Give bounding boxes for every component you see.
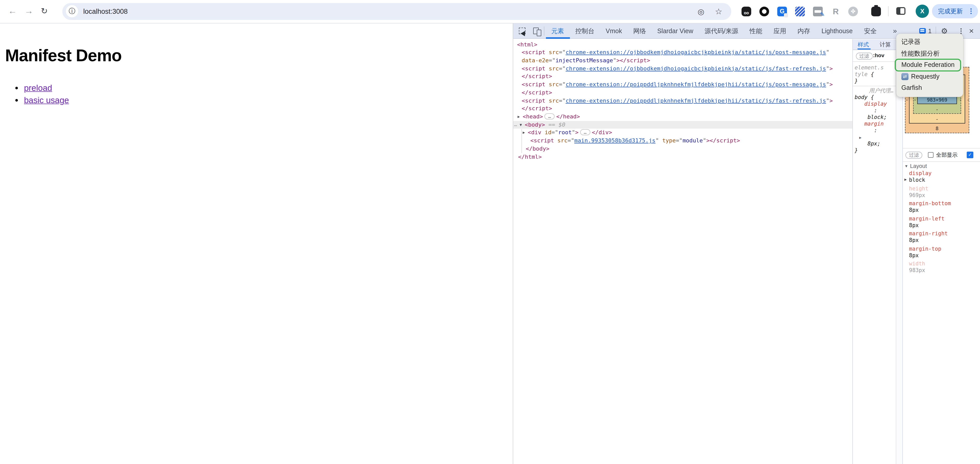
dom-tree-row[interactable]: …▼<body> == $0 (513, 121, 852, 129)
site-info-icon[interactable]: ⓘ (66, 5, 78, 17)
computed-property-margin-bottom[interactable]: margin-bottom8px (909, 200, 980, 216)
tab-computed[interactable]: 计算 (880, 39, 891, 50)
dom-tree-row[interactable]: </html> (513, 153, 852, 161)
tab-styles[interactable]: 样式 (858, 39, 869, 50)
tab-slardar-view[interactable]: Slardar View (652, 23, 699, 38)
tab-元素[interactable]: 元素 (546, 23, 570, 38)
menu-item-requestly[interactable]: ⇄Requestly (896, 71, 963, 83)
style-rule-line[interactable]: ▶ (854, 133, 895, 140)
dom-tree-row[interactable]: </script> (513, 105, 852, 113)
collapse-arrow-icon[interactable]: ▼ (520, 121, 522, 129)
inspect-element-icon[interactable] (519, 27, 525, 34)
style-rule-line[interactable]: display (854, 100, 895, 107)
menu-item-性能数据分析[interactable]: 性能数据分析 (896, 48, 963, 59)
bookmark-star-icon[interactable]: ☆ (715, 3, 722, 20)
style-rule-line[interactable]: element.s (854, 64, 895, 71)
menu-item-garfish[interactable]: Garfish (896, 83, 963, 94)
link-list: preload basic usage (5, 81, 69, 106)
expand-arrow-icon[interactable]: ▶ (904, 177, 907, 182)
style-rule-line[interactable]: tyle { (854, 71, 895, 77)
style-rule-line[interactable]: 8px; (854, 140, 895, 147)
style-rule-line[interactable]: body { (854, 94, 895, 100)
menu-item-记录器[interactable]: 记录器 (896, 36, 963, 48)
group-checkbox[interactable]: ✓ (967, 152, 974, 158)
show-all-checkbox[interactable] (928, 152, 934, 158)
tab-内存[interactable]: 内存 (792, 23, 816, 38)
code-token[interactable]: main.99353058b36d3175.js (574, 137, 655, 144)
dom-tree-row[interactable]: </script> (513, 73, 852, 81)
expand-arrow-icon[interactable]: ▶ (523, 129, 525, 137)
issues-icon[interactable] (919, 28, 926, 33)
dom-tree-row[interactable]: <script src="chrome-extension://poippddl… (513, 97, 852, 105)
preview-eye-icon[interactable]: ◎ (698, 3, 704, 20)
extension-icon-5[interactable]: ✎ (813, 6, 823, 16)
dom-tree-row[interactable]: ▶<div id="root">…</div> (513, 129, 852, 137)
computed-property-margin-left[interactable]: margin-left8px (909, 216, 980, 231)
dom-tree-row[interactable]: <script src="chrome-extension://poippddl… (513, 81, 852, 89)
page-title: Manifest Demo (5, 46, 121, 65)
address-bar[interactable]: ⓘ localhost:3008 ◎ ☆ (62, 3, 731, 20)
browser-menu-dots-icon[interactable]: ⋮ (968, 4, 974, 18)
dom-tree-row[interactable]: ▶<head>…</head> (513, 113, 852, 121)
code-token[interactable]: chrome-extension://poippddljpknhnekfmjlf… (566, 97, 826, 104)
code-token[interactable]: chrome-extension://poippddljpknhnekfmjlf… (566, 81, 826, 88)
tab-控制台[interactable]: 控制台 (570, 23, 600, 38)
collapsed-content-icon[interactable]: … (545, 113, 555, 119)
style-rule-line[interactable]: } (854, 77, 895, 84)
tab-网络[interactable]: 网络 (628, 23, 652, 38)
basic-usage-link[interactable]: basic usage (24, 95, 69, 105)
computed-property-width[interactable]: width983px (909, 261, 980, 276)
back-icon[interactable]: ← (8, 0, 17, 22)
reload-icon[interactable]: ↻ (41, 0, 48, 22)
styles-scrollbar[interactable] (896, 39, 903, 464)
code-token[interactable]: chrome-extension://ojbbodkemjdhoiogaicbc… (566, 49, 826, 56)
forward-icon[interactable]: → (24, 0, 33, 22)
computed-property-display[interactable]: display▶block (909, 170, 980, 186)
close-devtools-icon[interactable]: × (969, 23, 974, 38)
style-rule-line[interactable]: } (854, 147, 895, 153)
style-rule-line[interactable]: block; (854, 114, 895, 120)
computed-property-height[interactable]: height969px (909, 186, 980, 200)
extension-icon-1[interactable]: oo (741, 6, 751, 16)
tab-vmok[interactable]: Vmok (600, 23, 628, 38)
update-chrome-button[interactable]: 完成更新 ⋮ (932, 4, 978, 18)
dom-tree-row[interactable]: data-e2e="injectPostMessage"></script> (513, 57, 852, 65)
tab-lighthouse[interactable]: Lighthouse (816, 23, 858, 38)
profile-avatar[interactable]: X (916, 5, 929, 18)
collapsed-content-icon[interactable]: … (580, 129, 590, 135)
extension-icon-8[interactable] (871, 6, 881, 16)
extension-icon-6[interactable]: R (831, 6, 841, 16)
code-token[interactable]: chrome-extension://ojbbodkemjdhoiogaicbc… (566, 65, 826, 72)
dom-tree-row[interactable]: <script src="main.99353058b36d3175.js" t… (513, 137, 852, 145)
tab-应用[interactable]: 应用 (768, 23, 792, 38)
expand-arrow-icon[interactable]: ▶ (517, 113, 520, 121)
tab-安全[interactable]: 安全 (859, 23, 883, 38)
url-text[interactable]: localhost:3008 (83, 3, 128, 20)
tab-源代码-来源[interactable]: 源代码/来源 (699, 23, 744, 38)
extension-icon-2[interactable] (759, 6, 769, 16)
dom-tree-row[interactable]: </script> (513, 89, 852, 97)
dom-tree-row[interactable]: <script src="chrome-extension://ojbbodke… (513, 49, 852, 56)
computed-property-margin-right[interactable]: margin-right8px (909, 231, 980, 246)
styles-filter-input[interactable]: 过滤 (856, 52, 872, 59)
row-actions-icon[interactable]: … (514, 121, 517, 128)
style-rule-line[interactable]: margin (854, 120, 895, 127)
menu-item-module-federation[interactable]: Module Federation (896, 59, 963, 71)
preload-link[interactable]: preload (24, 83, 52, 92)
translate-extension-icon[interactable]: G (777, 6, 787, 16)
device-toolbar-icon[interactable] (533, 27, 539, 34)
hover-state-button[interactable]: :hov (873, 52, 884, 58)
style-rule-line[interactable]: : (854, 127, 895, 133)
property-value: 8px (909, 207, 980, 213)
dom-tree-row[interactable]: <html> (513, 41, 852, 49)
style-rule-line[interactable]: : (854, 107, 895, 114)
side-panel-icon[interactable] (896, 7, 905, 15)
dom-tree-row[interactable]: </body> (513, 145, 852, 153)
computed-filter-input[interactable]: 过滤 (905, 152, 922, 159)
extension-icon-4[interactable] (795, 6, 805, 16)
dom-tree-row[interactable]: <script src="chrome-extension://ojbbodke… (513, 65, 852, 73)
computed-property-margin-top[interactable]: margin-top8px (909, 246, 980, 261)
layout-section-header[interactable]: ▼ Layout (903, 161, 980, 170)
extension-icon-7[interactable]: ✤ (848, 6, 858, 16)
tab-性能[interactable]: 性能 (744, 23, 768, 38)
